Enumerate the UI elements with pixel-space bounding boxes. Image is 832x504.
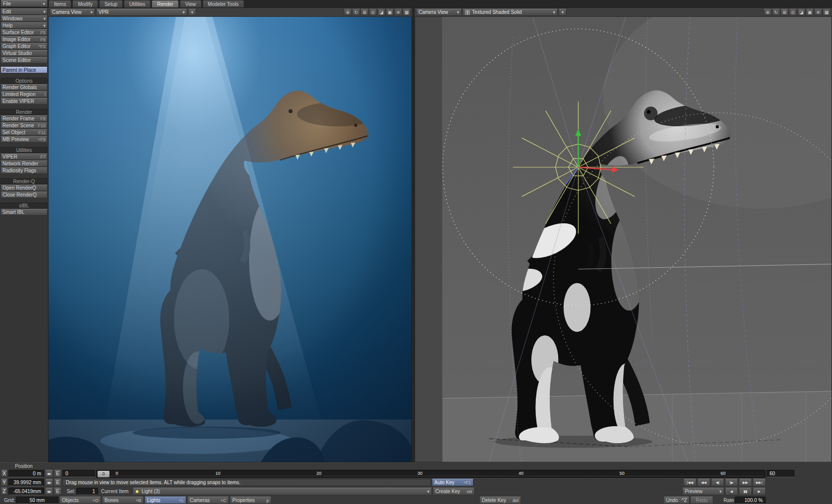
sidebar-tool-button[interactable]: Graph Editor ^F2 — [0, 43, 48, 50]
sidebar-tool-button[interactable]: Render Scene F10 — [0, 122, 48, 129]
main-tab[interactable]: Modeler Tools — [203, 0, 244, 7]
auto-key-button[interactable]: Auto Key +F1 — [432, 479, 473, 486]
chevron-down-icon: ▼ — [455, 10, 459, 14]
main-tab[interactable]: Render — [152, 0, 179, 7]
transport-button[interactable]: |▶ — [725, 479, 738, 486]
timeline-tick-label: 30 — [415, 471, 425, 477]
timeline-tick-label: 40 — [516, 471, 526, 477]
parent-in-place-button[interactable]: Parent in Place — [0, 67, 48, 73]
main-tab[interactable]: Setup — [99, 0, 123, 7]
playback-button[interactable]: ◀ — [725, 488, 738, 495]
sidebar-tool-button[interactable]: Image Editor F6 — [0, 36, 48, 43]
item-type-button[interactable]: Cameras +C — [187, 497, 229, 504]
render-mode-dropdown[interactable]: VPR ▼ — [96, 9, 187, 16]
item-type-button[interactable]: Properties p — [230, 497, 271, 504]
main-tab[interactable]: Utilities — [124, 0, 151, 7]
render-mode-dropdown[interactable]: T Textured Shaded Solid ▼ — [463, 9, 558, 16]
axis-x-chip[interactable]: X — [1, 470, 7, 477]
timeline-track[interactable]: 0 10 20 30 40 50 60 0 — [96, 470, 766, 478]
position-x-field[interactable]: 0 m — [8, 470, 44, 477]
item-type-button[interactable]: Bones +B — [102, 497, 144, 504]
viewport-options-arrow-button[interactable]: ▼ — [559, 9, 567, 16]
sidebar-tool-button[interactable]: Sel Object F11 — [0, 129, 48, 136]
current-frame-field[interactable]: 0 — [62, 470, 95, 477]
item-type-button[interactable]: Lights +L — [145, 497, 186, 504]
delete-key-button[interactable]: Delete Key del — [479, 497, 521, 504]
timeline-slider-handle[interactable]: 0 — [98, 471, 109, 477]
sidebar-tool-button[interactable]: Smart IBL — [0, 209, 48, 215]
transport-button[interactable]: ▶▶ — [739, 479, 752, 486]
sidebar-tool-button[interactable]: Virtual Studio — [0, 50, 48, 56]
main-tab[interactable]: View — [180, 0, 202, 7]
position-y-field[interactable]: 39.9992 mm — [8, 479, 44, 486]
magnify-icon[interactable]: ◎ — [789, 9, 797, 16]
sidebar-tool-button[interactable]: Scene Editor — [0, 57, 48, 63]
sidebar-tool-button[interactable]: Render Globals — [0, 84, 48, 91]
maximize-view-icon[interactable]: ▣ — [386, 9, 394, 16]
viewport-left-header: Camera View ▼ VPR ▼ ▼ ⊕ ↻ ⊞ — [48, 8, 412, 17]
shaded-viewport-canvas[interactable] — [415, 17, 832, 462]
envelope-x-button[interactable]: E — [54, 470, 61, 477]
transport-button[interactable]: ◀| — [711, 479, 724, 486]
rotate-icon[interactable]: ↻ — [772, 9, 780, 16]
redo-button[interactable]: Redo — [690, 497, 713, 504]
sidebar-tool-button[interactable]: Radiosity Flags — [0, 167, 48, 174]
selection-count-field[interactable]: 1 — [76, 488, 98, 495]
envelope-z-button[interactable]: E — [54, 488, 61, 495]
playback-button[interactable]: ▶ — [753, 488, 766, 495]
file-menu-button[interactable]: File ▼ — [0, 0, 48, 7]
sidebar-tool-button[interactable]: Limited Region l — [0, 91, 48, 98]
position-z-field[interactable]: -65.0419mm — [8, 488, 44, 495]
zoom-box-icon[interactable]: ⊞ — [361, 9, 368, 16]
quad-view-icon[interactable]: ▦ — [403, 9, 411, 16]
spinner-icon[interactable]: ◀▶ — [45, 479, 53, 486]
sidebar-menu-button[interactable]: Windows ▼ — [0, 15, 48, 22]
envelope-y-button[interactable]: E — [54, 479, 61, 486]
axis-z-chip[interactable]: Z — [1, 488, 7, 495]
transport-button[interactable]: ◀◀ — [697, 479, 710, 486]
pan-icon[interactable]: ⊕ — [764, 9, 772, 16]
zoom-box-icon[interactable]: ⊞ — [780, 9, 788, 16]
current-item-dropdown[interactable]: Light (3) ▼ — [133, 488, 432, 495]
sidebar-tool-button[interactable]: MB Preview +F9 — [0, 136, 48, 143]
left-tool-sidebar: Edit ▼ Windows ▼ Help ▼ Surface Editor F… — [0, 8, 48, 462]
sidebar-tool-button[interactable]: VIPER F7 — [0, 153, 48, 160]
view-type-dropdown[interactable]: Camera View ▼ — [50, 9, 95, 16]
sidebar-tool-button[interactable]: Render Frame F9 — [0, 115, 48, 122]
axis-y-chip[interactable]: Y — [1, 479, 7, 486]
end-frame-field[interactable]: 60 — [767, 470, 794, 477]
viewport-options-arrow-button[interactable]: ▼ — [188, 9, 196, 16]
undo-button[interactable]: Undo ^Z — [664, 497, 689, 504]
main-tab[interactable]: Modify — [72, 0, 98, 7]
sidebar-tool-button[interactable]: Close RenderQ — [0, 192, 48, 198]
shading-icon[interactable]: ◪ — [377, 9, 385, 16]
viewport-menu-icon[interactable]: ≡ — [814, 9, 822, 16]
spinner-icon[interactable]: ◀▶ — [45, 488, 53, 495]
sidebar-menu-button[interactable]: Help ▼ — [0, 22, 48, 29]
transport-button[interactable]: |◀◀ — [683, 479, 696, 486]
magnify-icon[interactable]: ◎ — [369, 9, 377, 16]
vpr-render-canvas[interactable] — [48, 17, 412, 462]
chevron-down-icon: ▼ — [41, 24, 46, 27]
sidebar-tool-button[interactable]: Enable VIPER — [0, 98, 48, 104]
sidebar-tool-button[interactable]: Network Render — [0, 160, 48, 167]
main-tab[interactable]: Items — [49, 0, 71, 7]
create-key-button[interactable]: Create Key ret — [433, 488, 474, 495]
preview-dropdown[interactable]: Preview ▼ — [682, 488, 724, 495]
sidebar-menu-button[interactable]: Edit ▼ — [0, 8, 48, 15]
transport-button[interactable]: ▶▶| — [753, 479, 766, 486]
sidebar-tool-button[interactable]: Open RenderQ — [0, 185, 48, 191]
shading-icon[interactable]: ◪ — [797, 9, 805, 16]
view-type-dropdown[interactable]: Camera View ▼ — [416, 9, 462, 16]
quad-view-icon[interactable]: ▦ — [823, 9, 831, 16]
maximize-view-icon[interactable]: ▣ — [806, 9, 814, 16]
rotate-icon[interactable]: ↻ — [352, 9, 360, 16]
viewport-menu-icon[interactable]: ≡ — [394, 9, 402, 16]
pan-icon[interactable]: ⊕ — [344, 9, 352, 16]
sidebar-tool-button[interactable]: Surface Editor F5 — [0, 29, 48, 36]
playback-button[interactable]: ▮▮ — [739, 488, 752, 495]
spinner-icon[interactable]: ◀▶ — [45, 470, 53, 477]
item-type-button[interactable]: Objects +O — [59, 497, 101, 504]
grid-size-field[interactable]: 50 mm — [16, 497, 58, 504]
rate-field[interactable]: 100.0 % — [735, 497, 766, 504]
